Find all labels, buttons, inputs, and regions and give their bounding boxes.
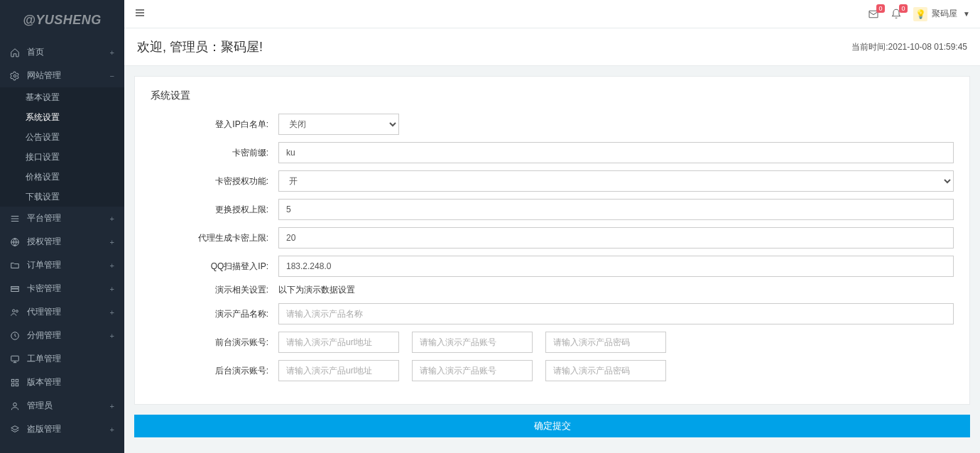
sidebar-item-6[interactable]: 代理管理+	[0, 300, 124, 324]
sidebar-item-10[interactable]: 管理员+	[0, 394, 124, 417]
input-agent-card-limit[interactable]	[278, 227, 954, 249]
demo-header-text: 以下为演示数据设置	[278, 285, 355, 295]
sidebar-item-1[interactable]: 网站管理−	[0, 64, 124, 87]
label-card-auth: 卡密授权功能:	[151, 175, 278, 187]
input-card-prefix[interactable]	[278, 142, 954, 163]
expand-icon: +	[110, 214, 114, 223]
mail-badge: 0	[876, 4, 885, 13]
label-demo-name: 演示产品名称:	[151, 308, 278, 320]
welcome-text: 欢迎, 管理员：聚码屋!	[137, 38, 263, 55]
label-back-demo: 后台演示账号:	[151, 365, 278, 377]
expand-icon: +	[110, 285, 114, 293]
monitor-icon	[10, 354, 20, 364]
submenu-item-1-0[interactable]: 基本设置	[0, 87, 124, 107]
svg-rect-11	[11, 356, 19, 361]
chevron-down-icon: ▼	[963, 10, 970, 18]
expand-icon: +	[110, 308, 114, 317]
menu-icon	[10, 214, 20, 224]
sidebar-item-label: 平台管理	[27, 212, 61, 224]
submenu-item-1-2[interactable]: 公告设置	[0, 127, 124, 147]
label-agent-card-limit: 代理生成卡密上限:	[151, 232, 278, 244]
svg-rect-17	[16, 383, 18, 386]
sidebar: @YUSHENG 首页+网站管理−基本设置系统设置公告设置接口设置价格设置下载设…	[0, 0, 124, 453]
sidebar-item-3[interactable]: 授权管理+	[0, 230, 124, 253]
input-back-url[interactable]	[278, 360, 399, 381]
svg-marker-19	[11, 425, 19, 430]
user-menu[interactable]: 💡 聚码屋 ▼	[913, 7, 970, 21]
svg-point-8	[13, 309, 16, 312]
expand-icon: +	[110, 402, 114, 410]
username: 聚码屋	[932, 8, 957, 20]
svg-rect-15	[16, 379, 18, 382]
globe-icon	[10, 237, 20, 247]
label-swap-limit: 更换授权上限:	[151, 204, 278, 216]
topbar: 0 0 💡 聚码屋 ▼	[124, 0, 980, 28]
folder-icon	[10, 261, 20, 271]
svg-point-0	[13, 75, 16, 77]
input-back-account[interactable]	[412, 360, 533, 381]
sidebar-item-8[interactable]: 工单管理	[0, 347, 124, 371]
input-demo-name[interactable]	[278, 303, 954, 324]
hamburger-icon[interactable]	[134, 7, 146, 21]
svg-rect-6	[11, 286, 19, 288]
sidebar-item-label: 工单管理	[27, 353, 61, 365]
label-ip-whitelist: 登入IP白名单:	[151, 119, 278, 131]
submenu-item-1-4[interactable]: 价格设置	[0, 167, 124, 187]
avatar: 💡	[913, 7, 927, 21]
input-swap-limit[interactable]	[278, 199, 954, 220]
label-front-demo: 前台演示账号:	[151, 337, 278, 349]
current-time: 当前时间:2021-10-08 01:59:45	[851, 41, 967, 53]
layers-icon	[10, 425, 20, 435]
bell-icon[interactable]: 0	[891, 9, 902, 20]
sidebar-item-label: 管理员	[27, 400, 53, 412]
svg-rect-7	[11, 289, 19, 292]
svg-rect-16	[11, 383, 14, 386]
sidebar-item-4[interactable]: 订单管理+	[0, 253, 124, 277]
sidebar-item-label: 首页	[27, 46, 44, 58]
sidebar-item-label: 盗版管理	[27, 423, 61, 435]
sidebar-item-2[interactable]: 平台管理+	[0, 207, 124, 230]
mail-icon[interactable]: 0	[868, 9, 879, 20]
sidebar-item-5[interactable]: 卡密管理+	[0, 277, 124, 300]
sidebar-item-label: 网站管理	[27, 70, 61, 82]
welcome-bar: 欢迎, 管理员：聚码屋! 当前时间:2021-10-08 01:59:45	[124, 28, 980, 66]
expand-icon: −	[110, 72, 114, 80]
sidebar-item-11[interactable]: 盗版管理+	[0, 417, 124, 441]
users-icon	[10, 307, 20, 317]
input-back-password[interactable]	[545, 360, 666, 381]
select-card-auth[interactable]: 开关	[278, 170, 954, 192]
select-ip-whitelist[interactable]: 关闭开启	[278, 114, 399, 135]
sidebar-item-label: 订单管理	[27, 259, 61, 271]
svg-rect-14	[11, 379, 14, 382]
expand-icon: +	[110, 48, 114, 57]
submit-button[interactable]: 确定提交	[134, 415, 970, 437]
sidebar-item-label: 分佣管理	[27, 329, 61, 342]
sidebar-item-0[interactable]: 首页+	[0, 40, 124, 64]
settings-panel: 系统设置 登入IP白名单: 关闭开启 卡密前缀: 卡密授权功能: 开关	[134, 76, 970, 405]
user-icon	[10, 401, 20, 411]
folder2-icon	[10, 284, 20, 294]
sidebar-item-9[interactable]: 版本管理	[0, 371, 124, 394]
sidebar-item-label: 代理管理	[27, 306, 61, 318]
expand-icon: +	[110, 332, 114, 340]
input-qq-ip[interactable]	[278, 256, 954, 277]
sidebar-item-label: 版本管理	[27, 376, 61, 388]
submenu-item-1-5[interactable]: 下载设置	[0, 187, 124, 207]
input-front-url[interactable]	[278, 332, 399, 353]
svg-point-9	[16, 310, 18, 312]
sidebar-item-label: 卡密管理	[27, 283, 61, 295]
label-qq-ip: QQ扫描登入IP:	[151, 261, 278, 273]
main-menu: 首页+网站管理−基本设置系统设置公告设置接口设置价格设置下载设置平台管理+授权管…	[0, 40, 124, 441]
home-icon	[10, 48, 20, 58]
grid-icon	[10, 378, 20, 388]
expand-icon: +	[110, 238, 114, 246]
sidebar-item-7[interactable]: 分佣管理+	[0, 324, 124, 347]
bell-badge: 0	[899, 4, 908, 13]
expand-icon: +	[110, 425, 114, 434]
clock-icon	[10, 331, 20, 341]
input-front-account[interactable]	[412, 332, 533, 353]
input-front-password[interactable]	[545, 332, 666, 353]
submenu-item-1-1[interactable]: 系统设置	[0, 107, 124, 127]
brand-logo: @YUSHENG	[0, 0, 124, 40]
submenu-item-1-3[interactable]: 接口设置	[0, 147, 124, 167]
